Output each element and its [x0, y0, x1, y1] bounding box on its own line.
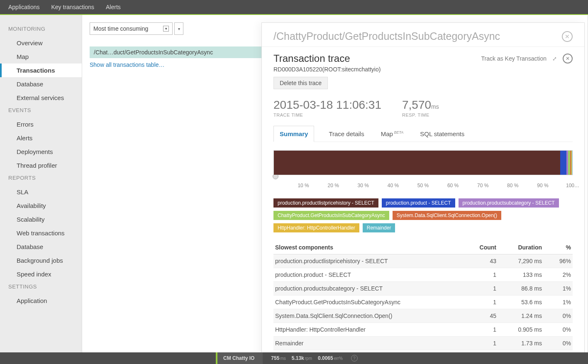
table-row[interactable]: Remainder11.73 ms0%: [273, 337, 573, 350]
sidebar-item-application[interactable]: Application: [0, 294, 82, 308]
cell-pct: 96%: [542, 258, 571, 264]
cell-pct: 1%: [542, 299, 571, 305]
sidebar-item-deployments[interactable]: Deployments: [0, 145, 82, 159]
axis-tick: 70 %: [477, 183, 488, 188]
th-component: Slowest components: [275, 244, 463, 251]
sidebar-item-thread-profiler[interactable]: Thread profiler: [0, 159, 82, 172]
chart-bar: [273, 150, 573, 175]
cell-pct: 0%: [542, 313, 571, 319]
sidebar-item-transactions[interactable]: Transactions: [0, 64, 82, 77]
close-trace-icon[interactable]: ✕: [563, 54, 573, 64]
sidebar-section: REPORTS: [0, 172, 82, 185]
chart-legend: production.productlistpricehistory - SEL…: [273, 198, 573, 232]
footer-metric: 755ms: [271, 355, 285, 361]
table-row[interactable]: production.productlistpricehistory - SEL…: [273, 254, 573, 268]
chart-axis: 10 %20 %30 %40 %50 %60 %70 %80 %90 %100…: [273, 183, 573, 193]
legend-chip[interactable]: System.Data.SqlClient.SqlConnection.Open…: [393, 211, 501, 220]
legend-chip[interactable]: production.productsubcategory - SELECT: [459, 198, 559, 208]
legend-chip[interactable]: Remainder: [363, 223, 395, 232]
axis-tick: 60 %: [447, 183, 459, 188]
delete-trace-button[interactable]: Delete this trace: [273, 77, 328, 89]
panel-path: /ChattyProduct/GetProductsInSubCategoryA…: [273, 30, 500, 42]
trace-time-label: TRACE TIME: [273, 112, 381, 117]
sort-select[interactable]: Most time consuming ▾: [90, 22, 173, 35]
resp-time-label: RESP. TIME: [402, 112, 439, 117]
nav-applications[interactable]: Applications: [8, 4, 40, 10]
table-row[interactable]: production.productsubcategory - SELECT18…: [273, 282, 573, 296]
table-row[interactable]: ChattyProduct.GetProductsInSubCategoryAs…: [273, 296, 573, 309]
footer-bar: CM Chatty IO 755ms5.13krpm0.0065err%?: [0, 352, 588, 364]
sidebar-item-database[interactable]: Database: [0, 240, 82, 254]
cell-count: 45: [463, 313, 496, 319]
cell-name: HttpHandler: HttpControllerHandler: [275, 326, 463, 333]
footer-metric: 0.0065err%: [318, 355, 343, 361]
chart-segment: [274, 151, 560, 175]
cell-duration: 7,290 ms: [496, 258, 542, 264]
sort-select-label: Most time consuming: [93, 25, 148, 32]
cell-duration: 1.73 ms: [496, 340, 542, 347]
chart-segment: [572, 151, 572, 175]
cell-name: ChattyProduct.GetProductsInSubCategoryAs…: [275, 299, 463, 305]
cell-name: System.Data.SqlClient.SqlConnection.Open…: [275, 313, 463, 319]
resp-time-value: 7,570ms: [402, 98, 439, 112]
trace-chart: 10 %20 %30 %40 %50 %60 %70 %80 %90 %100…: [273, 150, 573, 193]
tab-trace-details[interactable]: Trace details: [327, 126, 366, 142]
th-count: Count: [463, 244, 496, 251]
track-key-transaction-link[interactable]: Track as Key Transaction: [481, 55, 547, 62]
legend-chip[interactable]: ChattyProduct.GetProductsInSubCategoryAs…: [273, 211, 389, 220]
tab-summary[interactable]: Summary: [273, 126, 314, 142]
sidebar-item-scalability[interactable]: Scalability: [0, 213, 82, 226]
cell-count: 43: [463, 258, 496, 264]
cell-duration: 86.8 ms: [496, 285, 542, 292]
cell-duration: 1.24 ms: [496, 313, 542, 319]
cell-name: production.productsubcategory - SELECT: [275, 285, 463, 292]
footer-app-name[interactable]: CM Chatty IO: [217, 352, 263, 364]
nav-key-transactions[interactable]: Key transactions: [51, 4, 95, 10]
table-row[interactable]: production.product - SELECT1133 ms2%: [273, 268, 573, 282]
sidebar-section: SETTINGS: [0, 281, 82, 294]
help-icon[interactable]: ?: [351, 355, 358, 362]
cell-pct: 0%: [542, 326, 571, 333]
sidebar-item-alerts[interactable]: Alerts: [0, 131, 82, 145]
sidebar-item-database[interactable]: Database: [0, 77, 82, 91]
footer-metrics: 755ms5.13krpm0.0065err%?: [263, 355, 357, 362]
sidebar-item-web-transactions[interactable]: Web transactions: [0, 226, 82, 240]
axis-tick: 10 %: [298, 183, 309, 188]
cell-name: production.productlistpricehistory - SEL…: [275, 258, 463, 264]
sort-expand-button[interactable]: ▾: [174, 22, 183, 35]
sidebar-item-background-jobs[interactable]: Background jobs: [0, 254, 82, 267]
legend-chip[interactable]: production.productlistpricehistory - SEL…: [273, 198, 378, 208]
sidebar: MONITORINGOverviewMapTransactionsDatabas…: [0, 15, 82, 352]
table-row[interactable]: System.Data.SqlClient.SqlConnection.Open…: [273, 309, 573, 323]
sidebar-item-external-services[interactable]: External services: [0, 91, 82, 105]
expand-icon[interactable]: ⤢: [552, 56, 557, 62]
sidebar-item-availability[interactable]: Availability: [0, 199, 82, 213]
close-icon[interactable]: ✕: [562, 31, 573, 42]
axis-tick: 90 %: [537, 183, 548, 188]
axis-tick: 20 %: [328, 183, 339, 188]
sidebar-item-map[interactable]: Map: [0, 50, 82, 64]
sidebar-item-errors[interactable]: Errors: [0, 117, 82, 131]
cell-duration: 0.905 ms: [496, 326, 542, 333]
table-row[interactable]: HttpHandler: HttpControllerHandler10.905…: [273, 323, 573, 337]
transaction-name: /Chat…duct/GetProductsInSubCategoryAsync: [94, 49, 213, 56]
chevron-down-icon: ▾: [163, 26, 169, 32]
legend-chip[interactable]: production.product - SELECT: [382, 198, 455, 208]
sidebar-section: EVENTS: [0, 105, 82, 117]
tab-sql-statements[interactable]: SQL statements: [418, 126, 466, 142]
tab-map[interactable]: Map BETA: [379, 126, 406, 142]
cell-pct: 2%: [542, 271, 571, 278]
cell-name: production.product - SELECT: [275, 271, 463, 278]
legend-chip[interactable]: HttpHandler: HttpControllerHandler: [273, 223, 359, 232]
axis-tick: 40 %: [388, 183, 399, 188]
sidebar-item-speed-index[interactable]: Speed index: [0, 267, 82, 281]
axis-tick: 50 %: [417, 183, 429, 188]
show-all-link[interactable]: Show all transactions table…: [90, 61, 165, 68]
sidebar-item-overview[interactable]: Overview: [0, 36, 82, 50]
sidebar-item-sla[interactable]: SLA: [0, 185, 82, 199]
nav-alerts[interactable]: Alerts: [106, 4, 121, 10]
top-nav: Applications Key transactions Alerts: [0, 0, 588, 15]
components-table: Slowest components Count Duration % prod…: [273, 241, 573, 350]
cell-pct: 0%: [542, 340, 571, 347]
panel-title: Transaction trace: [273, 53, 350, 64]
